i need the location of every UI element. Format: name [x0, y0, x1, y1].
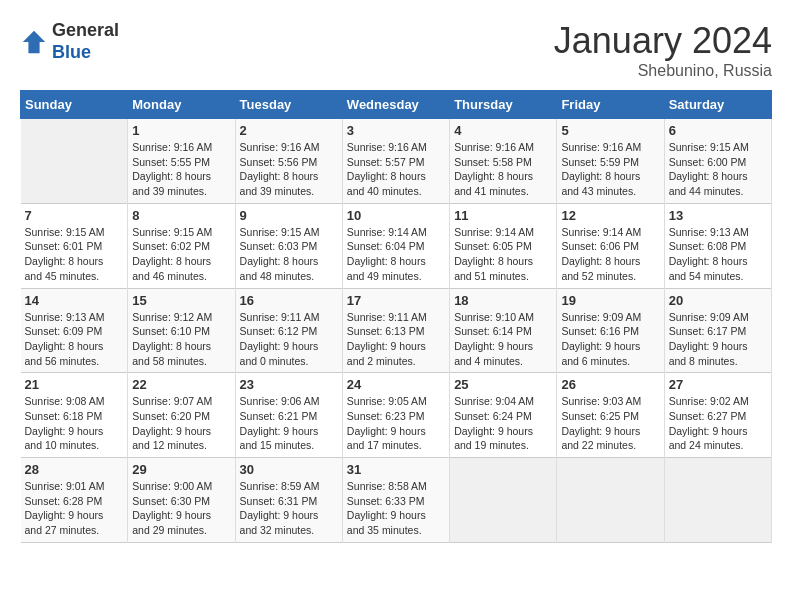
day-number: 15 — [132, 293, 230, 308]
day-number: 18 — [454, 293, 552, 308]
day-number: 26 — [561, 377, 659, 392]
calendar-cell: 2Sunrise: 9:16 AM Sunset: 5:56 PM Daylig… — [235, 119, 342, 204]
calendar-cell: 16Sunrise: 9:11 AM Sunset: 6:12 PM Dayli… — [235, 288, 342, 373]
day-number: 31 — [347, 462, 445, 477]
calendar-cell: 17Sunrise: 9:11 AM Sunset: 6:13 PM Dayli… — [342, 288, 449, 373]
calendar-cell — [557, 458, 664, 543]
day-info: Sunrise: 9:11 AM Sunset: 6:13 PM Dayligh… — [347, 310, 445, 369]
day-info: Sunrise: 9:13 AM Sunset: 6:08 PM Dayligh… — [669, 225, 767, 284]
logo-icon — [20, 28, 48, 56]
day-number: 9 — [240, 208, 338, 223]
day-info: Sunrise: 9:09 AM Sunset: 6:17 PM Dayligh… — [669, 310, 767, 369]
day-number: 2 — [240, 123, 338, 138]
calendar-table: SundayMondayTuesdayWednesdayThursdayFrid… — [20, 90, 772, 543]
day-number: 8 — [132, 208, 230, 223]
calendar-cell: 27Sunrise: 9:02 AM Sunset: 6:27 PM Dayli… — [664, 373, 771, 458]
day-number: 29 — [132, 462, 230, 477]
day-number: 19 — [561, 293, 659, 308]
day-info: Sunrise: 9:16 AM Sunset: 5:56 PM Dayligh… — [240, 140, 338, 199]
weekday-header-wednesday: Wednesday — [342, 91, 449, 119]
calendar-cell: 3Sunrise: 9:16 AM Sunset: 5:57 PM Daylig… — [342, 119, 449, 204]
calendar-week-1: 1Sunrise: 9:16 AM Sunset: 5:55 PM Daylig… — [21, 119, 772, 204]
day-info: Sunrise: 9:10 AM Sunset: 6:14 PM Dayligh… — [454, 310, 552, 369]
day-number: 16 — [240, 293, 338, 308]
calendar-cell — [664, 458, 771, 543]
day-number: 4 — [454, 123, 552, 138]
day-info: Sunrise: 9:11 AM Sunset: 6:12 PM Dayligh… — [240, 310, 338, 369]
day-info: Sunrise: 9:15 AM Sunset: 6:02 PM Dayligh… — [132, 225, 230, 284]
calendar-cell: 28Sunrise: 9:01 AM Sunset: 6:28 PM Dayli… — [21, 458, 128, 543]
page-header: General Blue January 2024 Shebunino, Rus… — [20, 20, 772, 80]
day-number: 28 — [25, 462, 124, 477]
weekday-header-row: SundayMondayTuesdayWednesdayThursdayFrid… — [21, 91, 772, 119]
day-info: Sunrise: 9:14 AM Sunset: 6:06 PM Dayligh… — [561, 225, 659, 284]
calendar-cell: 18Sunrise: 9:10 AM Sunset: 6:14 PM Dayli… — [450, 288, 557, 373]
day-info: Sunrise: 9:09 AM Sunset: 6:16 PM Dayligh… — [561, 310, 659, 369]
day-number: 27 — [669, 377, 767, 392]
day-number: 7 — [25, 208, 124, 223]
day-number: 1 — [132, 123, 230, 138]
day-info: Sunrise: 9:16 AM Sunset: 5:55 PM Dayligh… — [132, 140, 230, 199]
day-info: Sunrise: 9:04 AM Sunset: 6:24 PM Dayligh… — [454, 394, 552, 453]
calendar-cell: 29Sunrise: 9:00 AM Sunset: 6:30 PM Dayli… — [128, 458, 235, 543]
day-info: Sunrise: 9:03 AM Sunset: 6:25 PM Dayligh… — [561, 394, 659, 453]
calendar-cell: 31Sunrise: 8:58 AM Sunset: 6:33 PM Dayli… — [342, 458, 449, 543]
day-number: 6 — [669, 123, 767, 138]
calendar-cell: 22Sunrise: 9:07 AM Sunset: 6:20 PM Dayli… — [128, 373, 235, 458]
calendar-cell: 9Sunrise: 9:15 AM Sunset: 6:03 PM Daylig… — [235, 203, 342, 288]
day-info: Sunrise: 9:00 AM Sunset: 6:30 PM Dayligh… — [132, 479, 230, 538]
day-info: Sunrise: 9:15 AM Sunset: 6:01 PM Dayligh… — [25, 225, 124, 284]
day-info: Sunrise: 9:14 AM Sunset: 6:05 PM Dayligh… — [454, 225, 552, 284]
day-info: Sunrise: 9:16 AM Sunset: 5:57 PM Dayligh… — [347, 140, 445, 199]
day-number: 17 — [347, 293, 445, 308]
calendar-cell: 11Sunrise: 9:14 AM Sunset: 6:05 PM Dayli… — [450, 203, 557, 288]
weekday-header-friday: Friday — [557, 91, 664, 119]
calendar-cell: 6Sunrise: 9:15 AM Sunset: 6:00 PM Daylig… — [664, 119, 771, 204]
calendar-week-2: 7Sunrise: 9:15 AM Sunset: 6:01 PM Daylig… — [21, 203, 772, 288]
day-number: 12 — [561, 208, 659, 223]
calendar-cell: 4Sunrise: 9:16 AM Sunset: 5:58 PM Daylig… — [450, 119, 557, 204]
day-number: 24 — [347, 377, 445, 392]
calendar-cell: 10Sunrise: 9:14 AM Sunset: 6:04 PM Dayli… — [342, 203, 449, 288]
day-info: Sunrise: 9:15 AM Sunset: 6:03 PM Dayligh… — [240, 225, 338, 284]
day-number: 20 — [669, 293, 767, 308]
day-number: 13 — [669, 208, 767, 223]
day-info: Sunrise: 9:05 AM Sunset: 6:23 PM Dayligh… — [347, 394, 445, 453]
day-number: 25 — [454, 377, 552, 392]
calendar-week-4: 21Sunrise: 9:08 AM Sunset: 6:18 PM Dayli… — [21, 373, 772, 458]
calendar-cell — [450, 458, 557, 543]
calendar-cell: 14Sunrise: 9:13 AM Sunset: 6:09 PM Dayli… — [21, 288, 128, 373]
calendar-cell: 25Sunrise: 9:04 AM Sunset: 6:24 PM Dayli… — [450, 373, 557, 458]
calendar-cell: 8Sunrise: 9:15 AM Sunset: 6:02 PM Daylig… — [128, 203, 235, 288]
calendar-cell: 19Sunrise: 9:09 AM Sunset: 6:16 PM Dayli… — [557, 288, 664, 373]
svg-marker-0 — [23, 30, 45, 52]
weekday-header-monday: Monday — [128, 91, 235, 119]
calendar-cell: 20Sunrise: 9:09 AM Sunset: 6:17 PM Dayli… — [664, 288, 771, 373]
day-info: Sunrise: 9:06 AM Sunset: 6:21 PM Dayligh… — [240, 394, 338, 453]
calendar-cell: 15Sunrise: 9:12 AM Sunset: 6:10 PM Dayli… — [128, 288, 235, 373]
day-number: 11 — [454, 208, 552, 223]
weekday-header-thursday: Thursday — [450, 91, 557, 119]
calendar-cell: 24Sunrise: 9:05 AM Sunset: 6:23 PM Dayli… — [342, 373, 449, 458]
weekday-header-saturday: Saturday — [664, 91, 771, 119]
day-info: Sunrise: 8:58 AM Sunset: 6:33 PM Dayligh… — [347, 479, 445, 538]
calendar-cell: 21Sunrise: 9:08 AM Sunset: 6:18 PM Dayli… — [21, 373, 128, 458]
weekday-header-sunday: Sunday — [21, 91, 128, 119]
day-info: Sunrise: 9:16 AM Sunset: 5:58 PM Dayligh… — [454, 140, 552, 199]
day-info: Sunrise: 9:07 AM Sunset: 6:20 PM Dayligh… — [132, 394, 230, 453]
calendar-cell: 13Sunrise: 9:13 AM Sunset: 6:08 PM Dayli… — [664, 203, 771, 288]
day-number: 3 — [347, 123, 445, 138]
calendar-cell: 1Sunrise: 9:16 AM Sunset: 5:55 PM Daylig… — [128, 119, 235, 204]
calendar-cell: 26Sunrise: 9:03 AM Sunset: 6:25 PM Dayli… — [557, 373, 664, 458]
day-number: 23 — [240, 377, 338, 392]
location-title: Shebunino, Russia — [554, 62, 772, 80]
calendar-week-3: 14Sunrise: 9:13 AM Sunset: 6:09 PM Dayli… — [21, 288, 772, 373]
logo-text: General Blue — [52, 20, 119, 63]
calendar-cell: 30Sunrise: 8:59 AM Sunset: 6:31 PM Dayli… — [235, 458, 342, 543]
day-info: Sunrise: 9:02 AM Sunset: 6:27 PM Dayligh… — [669, 394, 767, 453]
calendar-cell: 12Sunrise: 9:14 AM Sunset: 6:06 PM Dayli… — [557, 203, 664, 288]
day-info: Sunrise: 9:16 AM Sunset: 5:59 PM Dayligh… — [561, 140, 659, 199]
day-info: Sunrise: 9:01 AM Sunset: 6:28 PM Dayligh… — [25, 479, 124, 538]
title-block: January 2024 Shebunino, Russia — [554, 20, 772, 80]
day-number: 30 — [240, 462, 338, 477]
